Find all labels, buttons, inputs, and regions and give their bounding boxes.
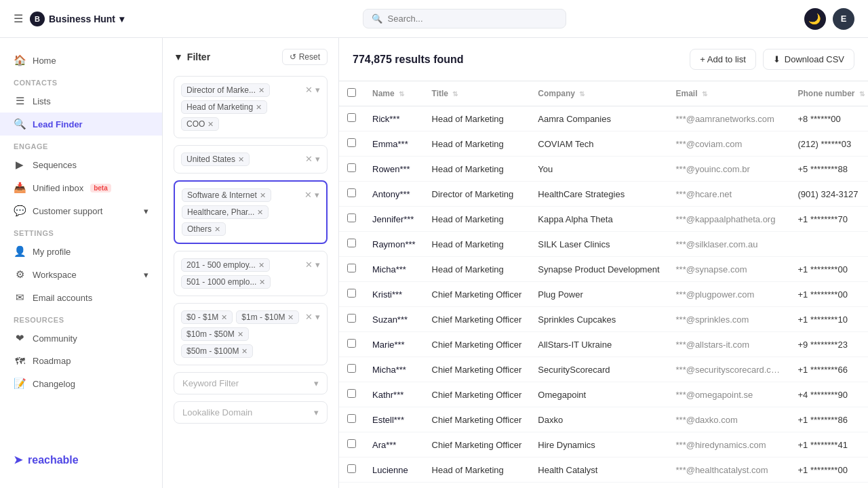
tag-10m-50m[interactable]: $10m - $50M ✕ — [181, 327, 249, 341]
remove-201-tag[interactable]: ✕ — [258, 261, 264, 270]
tag-healthcare[interactable]: Healthcare, Phar... ✕ — [182, 205, 269, 219]
location-tag-expand-icon[interactable]: ▾ — [315, 154, 320, 164]
sidebar-item-customer-support[interactable]: 💬 Customer support ▾ — [0, 199, 162, 222]
tag-coo[interactable]: COO ✕ — [181, 117, 219, 131]
sidebar-label-unified-inbox: Unified inbox — [33, 183, 83, 193]
user-avatar[interactable]: E — [833, 8, 854, 30]
remove-head-marketing-tag[interactable]: ✕ — [256, 103, 262, 112]
remove-others-tag[interactable]: ✕ — [214, 225, 220, 234]
tag-us[interactable]: United States ✕ — [181, 152, 250, 166]
phone-sort-icon[interactable]: ⇅ — [859, 90, 865, 98]
remove-software-tag[interactable]: ✕ — [260, 191, 266, 200]
sidebar-item-sequences[interactable]: ▶ Sequences — [0, 153, 162, 176]
table-row: Marie*** Chief Marketing Officer AllStar… — [339, 332, 868, 357]
sidebar-item-changelog[interactable]: 📝 Changelog — [0, 372, 162, 395]
title-tag-clear-icon[interactable]: ✕ — [305, 85, 313, 95]
sidebar-item-roadmap[interactable]: 🗺 Roadmap — [0, 350, 162, 372]
title-sort-icon[interactable]: ⇅ — [452, 90, 458, 98]
tag-201-500[interactable]: 201 - 500 employ... ✕ — [181, 258, 270, 272]
keyword-chevron-icon: ▾ — [314, 378, 319, 388]
employee-tag-clear-icon[interactable]: ✕ — [305, 260, 313, 270]
remove-director-tag[interactable]: ✕ — [258, 86, 264, 95]
cell-email-3: ***@hcare.net — [668, 182, 790, 207]
cell-company-4: Kappa Alpha Theta — [530, 207, 667, 232]
revenue-tag-expand-icon[interactable]: ▾ — [315, 312, 320, 322]
row-checkbox-7[interactable] — [347, 289, 356, 298]
row-checkbox-1[interactable] — [347, 138, 356, 147]
row-checkbox-3[interactable] — [347, 188, 356, 197]
add-to-list-button[interactable]: + Add to list — [690, 49, 756, 70]
tag-0-1m[interactable]: $0 - $1M ✕ — [181, 310, 233, 324]
sidebar-item-community[interactable]: ❤ Community — [0, 327, 162, 350]
search-input[interactable] — [388, 14, 537, 24]
revenue-tags: $0 - $1M ✕ $1m - $10M ✕ $10m - $50M ✕ $5… — [181, 310, 301, 358]
sidebar-item-lists[interactable]: ☰ Lists — [0, 89, 162, 113]
tag-50m-100m[interactable]: $50m - $100M ✕ — [181, 344, 253, 358]
results-count: 774,875 results found — [353, 54, 464, 66]
remove-50m-tag[interactable]: ✕ — [241, 347, 248, 356]
sidebar-item-email-accounts[interactable]: ✉ Email accounts — [0, 286, 162, 309]
industry-tag-expand-icon[interactable]: ▾ — [315, 190, 319, 200]
remove-1m-tag[interactable]: ✕ — [288, 313, 294, 322]
row-checkbox-9[interactable] — [347, 339, 356, 348]
employee-tag-expand-icon[interactable]: ▾ — [315, 260, 320, 270]
menu-icon[interactable]: ☰ — [14, 12, 23, 25]
search-icon: 🔍 — [372, 14, 382, 24]
reset-button[interactable]: ↺ Reset — [282, 49, 328, 65]
sidebar-item-unified-inbox[interactable]: 📥 Unified inbox beta — [0, 176, 162, 199]
sidebar-label-workspace: Workspace — [33, 270, 77, 280]
name-sort-icon[interactable]: ⇅ — [399, 90, 404, 98]
tag-others[interactable]: Others ✕ — [182, 222, 226, 236]
row-checkbox-10[interactable] — [347, 364, 356, 373]
remove-10m-tag[interactable]: ✕ — [237, 330, 243, 339]
table-row: Antony*** Director of Marketing HealthCa… — [339, 182, 868, 207]
remove-healthcare-tag[interactable]: ✕ — [257, 208, 263, 217]
sidebar-item-my-profile[interactable]: 👤 My profile — [0, 240, 162, 263]
table-row: Estell*** Chief Marketing Officer Daxko … — [339, 407, 868, 432]
chevron-down-icon: ▾ — [144, 206, 149, 216]
row-checkbox-0[interactable] — [347, 113, 356, 122]
row-checkbox-6[interactable] — [347, 264, 356, 272]
remove-0-1m-tag[interactable]: ✕ — [221, 313, 227, 322]
tag-501-1000[interactable]: 501 - 1000 emplo... ✕ — [181, 275, 271, 289]
sidebar-item-home[interactable]: 🏠 Home — [0, 49, 162, 72]
cell-company-8: Sprinkles Cupcakes — [530, 307, 667, 332]
tag-software[interactable]: Software & Internet ✕ — [182, 188, 271, 202]
sidebar-item-lead-finder[interactable]: 🔍 Lead Finder — [0, 113, 162, 136]
filter-group-industry: Software & Internet ✕ Healthcare, Phar..… — [174, 180, 328, 244]
row-checkbox-8[interactable] — [347, 314, 356, 323]
sidebar-item-workspace[interactable]: ⚙ Workspace ▾ — [0, 263, 162, 286]
row-checkbox-14[interactable] — [347, 464, 356, 473]
tag-director[interactable]: Director of Marke... ✕ — [181, 83, 270, 97]
title-tag-expand-icon[interactable]: ▾ — [315, 85, 320, 95]
tag-1m-10m[interactable]: $1m - $10M ✕ — [236, 310, 299, 324]
row-checkbox-11[interactable] — [347, 389, 356, 398]
select-all-checkbox[interactable] — [347, 88, 356, 97]
row-checkbox-12[interactable] — [347, 414, 356, 423]
results-panel: 774,875 results found + Add to list ⬇ Do… — [339, 38, 868, 488]
keyword-filter-dropdown[interactable]: Keyword Filter ▾ — [174, 372, 328, 394]
brand-logo[interactable]: B Business Hunt ▾ — [30, 12, 124, 26]
cell-title-3: Director of Marketing — [424, 182, 530, 207]
download-csv-button[interactable]: ⬇ Download CSV — [763, 49, 854, 70]
row-checkbox-4[interactable] — [347, 214, 356, 222]
cell-title-10: Chief Marketing Officer — [424, 357, 530, 382]
row-checkbox-13[interactable] — [347, 439, 356, 448]
sidebar-label-customer-support: Customer support — [33, 206, 102, 216]
lookalike-domain-dropdown[interactable]: Lookalike Domain ▾ — [174, 401, 328, 424]
sidebar: 🏠 Home Contacts ☰ Lists 🔍 Lead Finder En… — [0, 38, 163, 488]
email-sort-icon[interactable]: ⇅ — [702, 90, 707, 98]
company-sort-icon[interactable]: ⇅ — [579, 90, 585, 98]
remove-501-tag[interactable]: ✕ — [259, 278, 265, 287]
remove-us-tag[interactable]: ✕ — [238, 155, 244, 164]
cell-title-13: Chief Marketing Officer — [424, 432, 530, 458]
cell-title-8: Chief Marketing Officer — [424, 307, 530, 332]
industry-tag-clear-icon[interactable]: ✕ — [304, 190, 312, 200]
row-checkbox-5[interactable] — [347, 239, 356, 247]
theme-toggle-button[interactable]: 🌙 — [804, 8, 826, 30]
revenue-tag-clear-icon[interactable]: ✕ — [305, 312, 313, 322]
location-tag-clear-icon[interactable]: ✕ — [305, 154, 313, 164]
remove-coo-tag[interactable]: ✕ — [208, 120, 214, 129]
tag-head-marketing[interactable]: Head of Marketing ✕ — [181, 100, 267, 114]
row-checkbox-2[interactable] — [347, 163, 356, 172]
